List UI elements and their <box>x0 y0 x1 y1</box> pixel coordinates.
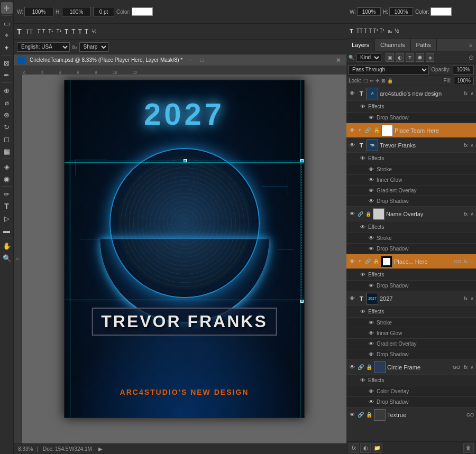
type-tool[interactable]: T <box>1 200 13 212</box>
eraser-tool[interactable]: ◻ <box>1 133 13 145</box>
expand-circle-frame[interactable]: ∧ <box>470 364 474 370</box>
layer-effects-2027[interactable]: 👁 Effects <box>346 306 476 318</box>
marquee-tool[interactable]: ▭ <box>1 17 13 29</box>
layer-dropshadow-trevor[interactable]: 👁 Drop Shadow <box>346 196 476 207</box>
eye-innerglow-2[interactable]: 👁 <box>368 330 375 337</box>
handle-bottom-right[interactable] <box>300 300 304 303</box>
expand-2027[interactable]: ∧ <box>470 295 474 301</box>
opacity-input[interactable] <box>453 65 474 75</box>
fill-input[interactable] <box>454 77 474 85</box>
eye-effects-4[interactable]: 👁 <box>359 271 367 279</box>
handle-top-right[interactable] <box>300 159 304 162</box>
filter-toggle[interactable]: ⊙ <box>469 54 474 61</box>
fx-name-overlay[interactable]: fx <box>464 211 468 217</box>
eye-dropshadow-3[interactable]: 👁 <box>368 245 375 253</box>
eye-gradoverlay-2[interactable]: 👁 <box>368 340 375 348</box>
pt-input[interactable] <box>93 7 114 16</box>
fx-place-here[interactable]: fx <box>464 259 468 264</box>
layer-place-team[interactable]: 👁 ▼ 🔗 🔒 Place Team Here <box>346 123 476 138</box>
layer-place-here[interactable]: 👁 ▼ 🔗 🔒 Place... Here GO fx ∧ <box>346 254 476 269</box>
shape-tool[interactable]: ▬ <box>1 225 13 236</box>
eye-2027[interactable]: 👁 <box>349 295 356 302</box>
eye-stroke-2[interactable]: 👁 <box>368 235 375 242</box>
prop-color-box[interactable] <box>431 7 452 16</box>
height-input[interactable] <box>62 7 91 16</box>
arrow-place-team[interactable]: ▼ <box>358 128 363 133</box>
magic-wand-tool[interactable]: ✦ <box>1 42 13 53</box>
close-button[interactable]: ✕ <box>335 57 342 64</box>
canvas-viewport[interactable]: 2027 TREVOR FRANKS ARC4STUDIO'S NEW DE <box>22 75 346 443</box>
eye-arc4studio[interactable]: 👁 <box>349 90 356 97</box>
layer-stroke-name-overlay[interactable]: 👁 Stroke <box>346 233 476 244</box>
path-select-tool[interactable]: ▷ <box>1 212 13 224</box>
blur-tool[interactable]: ◈ <box>1 161 13 172</box>
color-swatch[interactable] <box>132 7 153 16</box>
eye-coloroverlay-1[interactable]: 👁 <box>368 388 375 395</box>
kind-select[interactable]: Kind <box>356 53 381 62</box>
tab-channels[interactable]: Channels <box>375 39 410 51</box>
folder-button[interactable]: 📁 <box>372 443 382 453</box>
layer-gradoverlay-trevor[interactable]: 👁 Gradient Overlay <box>346 186 476 196</box>
layers-panel-menu[interactable]: ≡ <box>465 39 476 51</box>
fx-arc4studio[interactable]: fx <box>464 91 468 96</box>
eye-place-here[interactable]: 👁 <box>349 258 356 265</box>
pen-tool[interactable]: ✏ <box>1 188 13 200</box>
layer-arc4studio[interactable]: 👁 T A arc4studio's new design fx ∧ <box>346 86 476 101</box>
eye-effects-1[interactable]: 👁 <box>359 103 367 110</box>
lock-transparent-icon[interactable]: ⬚ <box>363 78 368 84</box>
layer-effects-name-overlay[interactable]: 👁 Effects <box>346 221 476 233</box>
minimize-button[interactable]: ─ <box>187 57 194 64</box>
fx-circle-frame[interactable]: fx <box>464 365 468 370</box>
lock-paint-icon[interactable]: ✏ <box>370 78 374 84</box>
eye-gradoverlay-1[interactable]: 👁 <box>368 187 375 194</box>
aa-select[interactable]: Sharp <box>79 42 108 52</box>
history-tool[interactable]: ↻ <box>1 121 13 133</box>
eye-dropshadow-2[interactable]: 👁 <box>368 198 375 205</box>
eye-circle-frame[interactable]: 👁 <box>349 364 356 371</box>
eye-effects-5[interactable]: 👁 <box>359 308 367 316</box>
tab-paths[interactable]: Paths <box>411 39 437 51</box>
brush-tool[interactable]: ⌀ <box>1 97 13 108</box>
filter-adjustment[interactable]: ◐ <box>396 53 404 62</box>
filter-shape[interactable]: ⬟ <box>416 53 424 62</box>
fx-trevor[interactable]: fx <box>464 143 468 148</box>
eye-stroke-1[interactable]: 👁 <box>368 166 375 173</box>
eye-dropshadow-4[interactable]: 👁 <box>368 282 375 290</box>
expand-arc4studio[interactable]: ∧ <box>470 90 474 96</box>
photoshop-canvas[interactable]: 2027 TREVOR FRANKS ARC4STUDIO'S NEW DE <box>64 80 305 418</box>
eye-dropshadow-1[interactable]: 👁 <box>368 114 375 122</box>
eyedropper-tool[interactable]: ✒ <box>1 69 13 81</box>
eye-innerglow-1[interactable]: 👁 <box>368 177 375 184</box>
layer-textrue[interactable]: 👁 🔗 🔒 Textrue GO <box>346 407 476 422</box>
layer-effects-trevor[interactable]: 👁 Effects <box>346 153 476 164</box>
eye-trevor[interactable]: 👁 <box>349 142 356 149</box>
arrow-place-here[interactable]: ▼ <box>358 259 363 264</box>
layer-effects-arc4studio[interactable]: 👁 Effects <box>346 101 476 113</box>
prop-width-input[interactable] <box>357 7 381 16</box>
expand-name-overlay[interactable]: ∧ <box>470 211 474 217</box>
expand-trevor[interactable]: ∧ <box>470 142 474 148</box>
layer-dropshadow-circle[interactable]: 👁 Drop Shadow <box>346 397 476 407</box>
lock-artboard-icon[interactable]: ⊠ <box>381 78 386 84</box>
hand-tool[interactable]: ✋ <box>1 240 13 252</box>
layer-innerglow-2027[interactable]: 👁 Inner Glow <box>346 328 476 339</box>
blend-mode-select[interactable]: Pass Through <box>349 65 429 75</box>
layer-coloroverlay-circle[interactable]: 👁 Color Overlay <box>346 386 476 397</box>
layer-innerglow-trevor[interactable]: 👁 Inner Glow <box>346 175 476 186</box>
layer-effects-circle[interactable]: 👁 Effects <box>346 375 476 386</box>
eye-effects-6[interactable]: 👁 <box>359 377 367 384</box>
eye-effects-3[interactable]: 👁 <box>359 224 367 231</box>
filter-pixel[interactable]: ▣ <box>386 53 394 62</box>
layer-circle-frame[interactable]: 👁 🔗 🔒 Circle Frame GO fx ∧ <box>346 360 476 375</box>
eye-place-team[interactable]: 👁 <box>349 127 356 134</box>
fx-button[interactable]: fx <box>349 443 359 453</box>
lock-move-icon[interactable]: ✛ <box>376 78 380 84</box>
layer-effects-place-here[interactable]: 👁 Effects <box>346 269 476 281</box>
tab-layers[interactable]: Layers <box>346 39 375 51</box>
dodge-tool[interactable]: ◉ <box>1 173 13 184</box>
lock-all-icon[interactable]: 🔒 <box>387 78 393 84</box>
zoom-tool[interactable]: 🔍 <box>1 252 13 264</box>
delete-button[interactable]: 🗑 <box>463 443 474 453</box>
layer-dropshadow-arc4studio[interactable]: 👁 Drop Shadow <box>346 113 476 123</box>
move-tool[interactable]: ✛ <box>1 2 13 14</box>
